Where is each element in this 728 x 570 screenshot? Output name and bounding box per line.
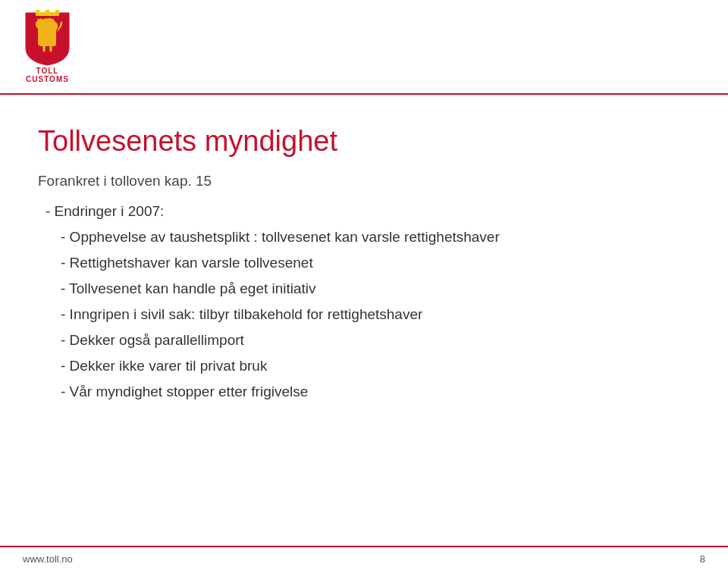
bullet-1: - Endringer i 2007: bbox=[38, 203, 690, 220]
bullet-8: - Vår myndighet stopper etter frigivelse bbox=[38, 384, 690, 400]
bullet-3: - Rettighetshaver kan varsle tollvesenet bbox=[38, 255, 690, 271]
footer-url: www.toll.no bbox=[23, 553, 73, 565]
slide-subtitle: Forankret i tolloven kap. 15 bbox=[38, 173, 690, 189]
slide-title: Tollvesenets myndighet bbox=[38, 125, 690, 158]
footer-page-number: 8 bbox=[700, 553, 705, 565]
main-content: Tollvesenets myndighet Forankret i tollo… bbox=[0, 95, 728, 424]
header: TOLL CUSTOMS bbox=[0, 0, 728, 95]
footer: www.toll.no 8 bbox=[0, 546, 728, 570]
bullet-6: - Dekker også parallellimport bbox=[38, 332, 690, 349]
bullet-5: - Inngripen i sivil sak: tilbyr tilbakeh… bbox=[38, 306, 690, 323]
logo-container: TOLL CUSTOMS bbox=[23, 10, 72, 83]
bullet-7: - Dekker ikke varer til privat bruk bbox=[38, 358, 690, 374]
bullet-4: - Tollvesenet kan handle på eget initiat… bbox=[38, 280, 690, 297]
toll-customs-logo bbox=[23, 10, 72, 67]
bullet-2: - Opphevelse av taushetsplikt : tollvese… bbox=[38, 229, 690, 246]
logo-text: TOLL CUSTOMS bbox=[26, 67, 69, 83]
